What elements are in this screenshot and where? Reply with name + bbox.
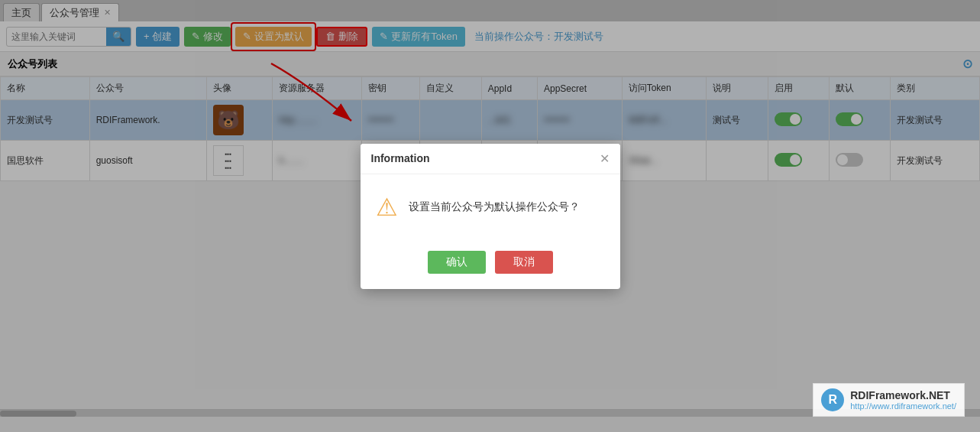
modal-overlay: Information ✕ ⚠ 设置当前公众号为默认操作公众号？ 确认 取消 [0,0,980,432]
cancel-button[interactable]: 取消 [495,251,553,274]
dialog-title: Information [371,152,430,164]
dialog-message: 设置当前公众号为默认操作公众号？ [409,200,580,214]
dialog-header: Information ✕ [361,144,620,174]
dialog-body: ⚠ 设置当前公众号为默认操作公众号？ [361,174,620,240]
dialog-close-button[interactable]: ✕ [600,151,610,166]
dialog-footer: 确认 取消 [361,240,620,289]
watermark-letter: R [828,393,837,407]
watermark-brand: RDIFramework.NET [850,389,956,401]
dialog: Information ✕ ⚠ 设置当前公众号为默认操作公众号？ 确认 取消 [361,144,620,289]
watermark-url: http://www.rdiframework.net/ [850,401,956,411]
warning-icon: ⚠ [376,193,398,222]
watermark-text: RDIFramework.NET http://www.rdiframework… [850,389,956,411]
watermark: R RDIFramework.NET http://www.rdiframewo… [813,383,965,417]
confirm-button[interactable]: 确认 [428,251,486,274]
watermark-logo: R [821,388,844,411]
